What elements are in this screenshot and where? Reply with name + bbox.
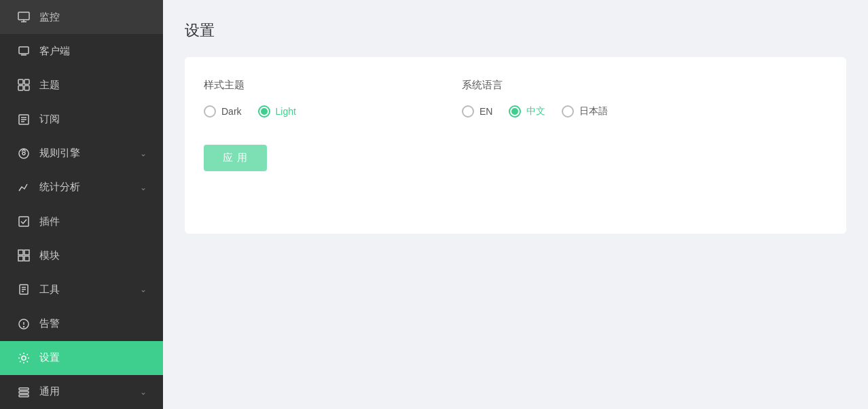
sidebar-item-general[interactable]: 通用 ⌄ [0, 375, 163, 409]
page-title: 设置 [185, 20, 846, 41]
sidebar-item-client-label: 客户端 [39, 45, 147, 58]
language-zh-label: 中文 [526, 105, 545, 118]
alert-icon [16, 318, 31, 330]
svg-rect-18 [18, 256, 23, 261]
sidebar-item-settings[interactable]: 设置 [0, 341, 163, 375]
sidebar-item-monitor-label: 监控 [39, 11, 147, 24]
sidebar-item-plugin-label: 插件 [39, 215, 147, 228]
sidebar-item-module-label: 模块 [39, 249, 147, 262]
svg-rect-5 [18, 79, 23, 84]
svg-point-27 [22, 356, 26, 360]
svg-rect-28 [19, 388, 29, 390]
monitor-icon [16, 11, 31, 23]
sidebar-item-rules[interactable]: 规则引擎 ⌄ [0, 137, 163, 171]
language-section-title: 系统语言 [462, 79, 666, 92]
theme-section-title: 样式主题 [204, 79, 408, 92]
sidebar-item-settings-label: 设置 [39, 351, 147, 364]
language-ja-option[interactable]: 日本語 [562, 105, 608, 118]
sidebar-item-general-label: 通用 [39, 385, 132, 398]
sidebar-item-alert-label: 告警 [39, 317, 147, 330]
sidebar-item-stats[interactable]: 统计分析 ⌄ [0, 171, 163, 204]
theme-dark-option[interactable]: Dark [204, 105, 242, 118]
sidebar-item-subscription-label: 订阅 [39, 113, 147, 126]
svg-rect-15 [19, 217, 29, 226]
theme-section: 样式主题 Dark Light [204, 79, 408, 118]
general-chevron-icon: ⌄ [140, 387, 147, 397]
sidebar-item-theme-label: 主题 [39, 79, 147, 92]
sidebar-item-stats-label: 统计分析 [39, 181, 132, 194]
language-en-option[interactable]: EN [462, 105, 492, 118]
sidebar-item-tools-label: 工具 [39, 283, 132, 296]
theme-icon [16, 79, 31, 91]
sidebar-item-alert[interactable]: 告警 [0, 307, 163, 341]
theme-light-label: Light [276, 106, 296, 117]
sidebar-item-monitor[interactable]: 监控 [0, 0, 163, 34]
language-radio-group: EN 中文 日本語 [462, 105, 666, 118]
sidebar-item-client[interactable]: 客户端 [0, 34, 163, 68]
settings-icon [16, 352, 31, 364]
module-icon [16, 249, 31, 262]
language-section: 系统语言 EN 中文 日本語 [462, 79, 666, 118]
svg-rect-6 [24, 79, 29, 84]
plugin-icon [16, 215, 31, 228]
subscription-icon [16, 113, 31, 126]
general-icon [16, 386, 31, 398]
sidebar-item-subscription[interactable]: 订阅 [0, 103, 163, 137]
svg-rect-29 [19, 391, 29, 393]
sidebar-item-module[interactable]: 模块 [0, 238, 163, 272]
apply-button[interactable]: 应 用 [204, 145, 267, 171]
language-zh-radio[interactable] [509, 105, 521, 118]
main-content: 设置 样式主题 Dark Light [163, 0, 868, 409]
tools-chevron-icon: ⌄ [140, 285, 147, 294]
settings-row: 样式主题 Dark Light 系统语言 [204, 79, 827, 118]
client-icon [16, 45, 31, 57]
svg-rect-3 [19, 47, 29, 54]
theme-dark-label: Dark [221, 106, 242, 117]
language-en-radio[interactable] [462, 105, 474, 118]
stats-icon [16, 181, 31, 194]
sidebar-item-plugin[interactable]: 插件 [0, 204, 163, 238]
svg-point-26 [24, 326, 24, 327]
theme-light-option[interactable]: Light [258, 105, 296, 118]
rules-icon [16, 147, 31, 160]
theme-light-radio[interactable] [258, 105, 270, 118]
language-en-label: EN [480, 106, 492, 117]
svg-rect-17 [24, 250, 29, 255]
svg-rect-19 [24, 256, 29, 261]
svg-point-14 [22, 152, 25, 155]
svg-rect-8 [24, 86, 29, 90]
rules-chevron-icon: ⌄ [140, 149, 147, 158]
svg-point-13 [19, 149, 29, 158]
sidebar-item-tools[interactable]: 工具 ⌄ [0, 272, 163, 306]
settings-card: 样式主题 Dark Light 系统语言 [185, 57, 846, 234]
svg-rect-30 [19, 395, 29, 397]
language-ja-radio[interactable] [562, 105, 574, 118]
sidebar: 监控 客户端 主题 订阅 规则引擎 ⌄ 统计分析 ⌄ [0, 0, 163, 409]
svg-rect-16 [18, 250, 23, 255]
theme-dark-radio[interactable] [204, 105, 216, 118]
tools-icon [16, 283, 31, 296]
language-zh-option[interactable]: 中文 [509, 105, 545, 118]
svg-rect-7 [18, 86, 23, 90]
svg-rect-0 [18, 12, 29, 20]
theme-radio-group: Dark Light [204, 105, 408, 118]
language-ja-label: 日本語 [579, 105, 608, 118]
sidebar-item-theme[interactable]: 主题 [0, 68, 163, 102]
sidebar-item-rules-label: 规则引擎 [39, 147, 132, 160]
stats-chevron-icon: ⌄ [140, 183, 147, 192]
